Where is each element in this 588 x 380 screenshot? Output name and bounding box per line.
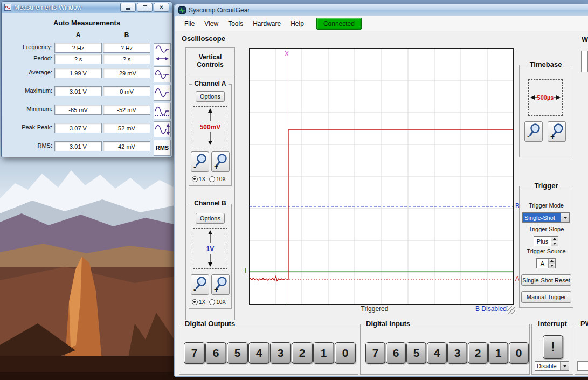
peak-peak-label: Peak-Peak: — [3, 124, 52, 130]
frequency-label: Frequency: — [3, 44, 52, 50]
channel-b-zoom-out-button[interactable]: - — [191, 274, 209, 295]
radio-indicator — [209, 176, 215, 182]
frequency-b-value: ? Hz — [103, 43, 150, 53]
measurements-window: Measurements Window ✕ Auto Measurements … — [1, 1, 172, 157]
menu-hardware[interactable]: Hardware — [248, 18, 286, 29]
spinner-up-arrow[interactable] — [551, 237, 558, 241]
channel-a-zoom-in-button[interactable]: + — [211, 151, 230, 172]
average-b-value: -29 mV — [103, 68, 150, 78]
channel-b-probe-10x-radio[interactable]: 10X — [209, 299, 226, 305]
spinner-down-arrow[interactable] — [551, 241, 558, 246]
circuitgear-titlebar[interactable]: Syscomp CircuitGear — [175, 4, 588, 16]
digital-input-indicator-6[interactable]: 6 — [386, 342, 406, 364]
digital-output-button-7[interactable]: 7 — [184, 342, 205, 364]
interrupt-button[interactable]: ! — [543, 335, 563, 359]
channel-a-panel: Channel A Options 500mV — [189, 84, 232, 186]
channel-a-options-button[interactable]: Options — [196, 91, 225, 102]
column-header-b: B — [103, 31, 150, 39]
circuitgear-window-icon — [178, 6, 186, 14]
spinner-up-arrow[interactable] — [549, 259, 555, 264]
period-label: Period: — [3, 55, 52, 61]
maximize-button[interactable] — [137, 3, 153, 12]
timebase-zoom-out-button[interactable]: - — [524, 121, 543, 142]
trigger-level-marker[interactable]: T — [244, 267, 247, 274]
menu-tools[interactable]: Tools — [223, 18, 248, 29]
cursor-x-label[interactable]: X — [285, 50, 289, 58]
maximum-a-value: 3.01 V — [54, 86, 102, 96]
digital-input-indicator-7[interactable]: 7 — [365, 342, 385, 364]
column-header-a: A — [54, 31, 102, 39]
magnifier-minus-icon — [528, 123, 541, 137]
close-icon: ✕ — [159, 5, 163, 10]
frequency-period-waveform-icon — [154, 43, 171, 65]
radio-indicator — [192, 299, 198, 305]
minimize-button[interactable] — [120, 3, 136, 12]
channel-b-probe-1x-radio[interactable]: 1X — [192, 299, 205, 305]
average-label: Average: — [3, 69, 52, 75]
digital-input-indicator-3[interactable]: 3 — [447, 342, 467, 364]
digital-output-button-6[interactable]: 6 — [205, 342, 226, 364]
pwm-panel-clipped: PW — [575, 324, 588, 375]
channel-a-zoom-out-button[interactable]: - — [191, 151, 209, 172]
digital-output-button-0[interactable]: 0 — [335, 342, 356, 364]
digital-inputs-panel: Digital Inputs 7 6 5 4 3 2 1 0 — [360, 324, 530, 375]
digital-output-button-3[interactable]: 3 — [270, 342, 291, 364]
digital-input-indicator-4[interactable]: 4 — [427, 342, 447, 364]
pwm-title: PW — [578, 320, 588, 328]
channel-a-range-display: 500mV — [193, 106, 227, 147]
digital-inputs-title: Digital Inputs — [364, 320, 412, 328]
trigger-slope-label: Trigger Slope — [520, 226, 573, 232]
channel-b-zoom-in-button[interactable]: + — [211, 274, 230, 295]
trigger-source-spinner[interactable]: A — [536, 258, 556, 268]
measurements-window-titlebar[interactable]: Measurements Window ✕ — [2, 2, 172, 13]
digital-input-indicator-1[interactable]: 1 — [488, 342, 508, 364]
menu-file[interactable]: File — [179, 18, 199, 29]
digital-output-button-4[interactable]: 4 — [248, 342, 269, 364]
digital-output-button-2[interactable]: 2 — [292, 342, 313, 364]
dropdown-arrow-icon[interactable] — [561, 213, 569, 222]
spinner-down-arrow[interactable] — [549, 264, 555, 268]
trigger-slope-spinner[interactable]: Plus — [534, 236, 558, 246]
channel-a-title: Channel A — [192, 80, 229, 87]
timebase-zoom-in-button[interactable]: + — [548, 121, 566, 142]
menu-help[interactable]: Help — [286, 18, 309, 29]
peak-peak-b-value: 52 mV — [103, 123, 150, 133]
channel-a-probe-1x-radio[interactable]: 1X — [192, 176, 205, 182]
close-button[interactable]: ✕ — [154, 3, 169, 12]
channel-b-panel: Channel B Options 1V — [189, 204, 232, 309]
interrup-title: Interrupt — [536, 320, 569, 328]
manual-trigger-button[interactable]: Manual Trigger — [521, 291, 571, 303]
rms-b-value: 42 mV — [103, 141, 150, 151]
auto-measurements-header: Auto Measurements — [2, 19, 172, 27]
minimum-b-value: -52 mV — [103, 105, 150, 115]
resize-grip[interactable] — [507, 306, 515, 314]
trigger-panel: Trigger Trigger Mode Single-Shot Trigger… — [519, 186, 573, 308]
waveform-generator-clipped-panel — [581, 51, 588, 72]
interrupt-mode-select[interactable]: Disable — [535, 361, 569, 371]
maximum-b-value: 0 mV — [103, 86, 150, 96]
scope-status-b-disabled: B Disabled — [475, 305, 507, 313]
timebase-value: 500µs — [537, 94, 554, 101]
single-shot-reset-button[interactable]: Single-Shot Reset — [521, 274, 571, 286]
maximum-label: Maximum: — [3, 87, 52, 94]
digital-output-button-5[interactable]: 5 — [227, 342, 248, 364]
channel-a-probe-10x-radio[interactable]: 10X — [209, 176, 226, 182]
waveform-generator-clipped-label: W — [582, 35, 588, 43]
menu-view[interactable]: View — [199, 18, 223, 29]
frequency-a-value: ? Hz — [54, 43, 102, 53]
digital-input-indicator-2[interactable]: 2 — [468, 342, 488, 364]
minimize-icon — [126, 8, 130, 10]
digital-input-indicator-0[interactable]: 0 — [509, 342, 529, 364]
digital-output-button-1[interactable]: 1 — [313, 342, 334, 364]
trigger-mode-select[interactable]: Single-Shot — [522, 212, 570, 223]
channel-b-options-button[interactable]: Options — [196, 213, 225, 224]
connected-indicator[interactable]: Connected — [316, 18, 362, 30]
digital-outputs-title: Digital Outputs — [183, 320, 237, 328]
timebase-display: 500µs — [528, 79, 563, 116]
digital-input-indicator-5[interactable]: 5 — [406, 342, 426, 364]
scope-display[interactable] — [249, 48, 514, 305]
dropdown-arrow-icon[interactable] — [560, 362, 569, 370]
period-b-value: ? s — [103, 54, 150, 64]
trigger-source-label: Trigger Source — [520, 248, 573, 254]
measurements-window-title: Measurements Window — [14, 4, 120, 11]
